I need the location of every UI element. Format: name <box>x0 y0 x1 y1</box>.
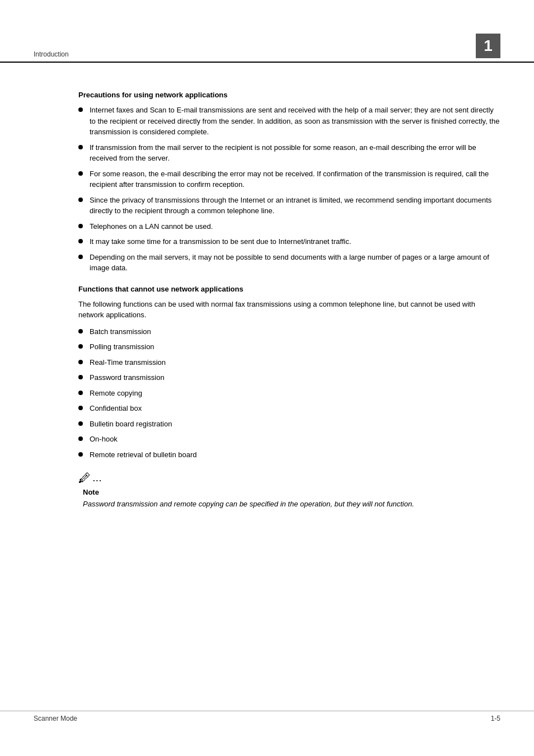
list-item: Since the privacy of transmissions throu… <box>78 195 500 217</box>
bullet-icon <box>78 255 83 259</box>
chapter-number-container: 1 <box>476 34 500 58</box>
bullet-text: Since the privacy of transmissions throu… <box>90 195 500 217</box>
note-pencil-icon: 🖉 <box>78 471 91 486</box>
list-item: Batch transmission <box>78 326 500 337</box>
bullet-text: It may take some time for a transmission… <box>90 236 500 247</box>
bullet-text: On-hook <box>90 434 500 445</box>
bullet-icon <box>78 329 83 334</box>
list-item: On-hook <box>78 434 500 445</box>
bullet-icon <box>78 452 83 457</box>
list-item: Password transmission <box>78 372 500 383</box>
bullet-icon <box>78 436 83 441</box>
bullet-icon <box>78 421 83 426</box>
bullet-icon <box>78 224 83 228</box>
list-item: If transmission from the mail server to … <box>78 142 500 164</box>
main-content: Precautions for using network applicatio… <box>0 63 534 527</box>
section-functions: Functions that cannot use network applic… <box>78 285 500 461</box>
list-item: Real-Time transmission <box>78 357 500 368</box>
bullet-text: Internet faxes and Scan to E-mail transm… <box>90 105 500 138</box>
bullet-text: Polling transmission <box>90 341 500 353</box>
footer-page-number: 1-5 <box>491 715 500 722</box>
bullet-text: Confidential box <box>90 403 500 414</box>
bullet-text: Bulletin board registration <box>90 419 500 430</box>
note-text: Password transmission and remote copying… <box>83 499 500 510</box>
bullet-text: Real-Time transmission <box>90 357 500 368</box>
bullet-text: Password transmission <box>90 372 500 383</box>
page-header: Introduction 1 <box>0 0 534 63</box>
chapter-number-box: 1 <box>476 34 500 58</box>
list-item: Internet faxes and Scan to E-mail transm… <box>78 105 500 138</box>
bullet-text: Remote copying <box>90 388 500 399</box>
section-precautions-title: Precautions for using network applicatio… <box>78 91 500 99</box>
list-item: Telephones on a LAN cannot be used. <box>78 221 500 232</box>
list-item: Polling transmission <box>78 341 500 353</box>
list-item: It may take some time for a transmission… <box>78 236 500 247</box>
note-label: Note <box>83 488 500 496</box>
bullet-icon <box>78 107 83 112</box>
bullet-text: If transmission from the mail server to … <box>90 142 500 164</box>
bullet-icon <box>78 344 83 349</box>
bullet-text: Depending on the mail servers, it may no… <box>90 252 500 274</box>
list-item: Bulletin board registration <box>78 419 500 430</box>
bullet-text: Telephones on a LAN cannot be used. <box>90 221 500 232</box>
bullet-icon <box>78 375 83 379</box>
footer-left-text: Scanner Mode <box>34 715 77 722</box>
note-ellipsis: ... <box>93 475 102 483</box>
note-section: 🖉 ... Note Password transmission and rem… <box>78 471 500 510</box>
page: Introduction 1 Precautions for using net… <box>0 0 534 756</box>
bullet-icon <box>78 391 83 395</box>
bullet-text: Batch transmission <box>90 326 500 337</box>
bullet-icon <box>78 198 83 202</box>
bullet-icon <box>78 406 83 410</box>
page-footer: Scanner Mode 1-5 <box>0 711 534 722</box>
bullet-icon <box>78 239 83 243</box>
bullet-icon <box>78 171 83 176</box>
chapter-label: Introduction <box>34 50 69 58</box>
bullet-icon <box>78 145 83 149</box>
note-icon-row: 🖉 ... <box>78 471 500 486</box>
list-item: Confidential box <box>78 403 500 414</box>
bullet-icon <box>78 360 83 364</box>
precautions-list: Internet faxes and Scan to E-mail transm… <box>78 105 500 274</box>
list-item: Depending on the mail servers, it may no… <box>78 252 500 274</box>
list-item: Remote copying <box>78 388 500 399</box>
bullet-text: For some reason, the e-mail describing t… <box>90 168 500 190</box>
bullet-text: Remote retrieval of bulletin board <box>90 449 500 461</box>
functions-intro: The following functions can be used with… <box>78 299 500 321</box>
list-item: Remote retrieval of bulletin board <box>78 449 500 461</box>
functions-list: Batch transmission Polling transmission … <box>78 326 500 461</box>
section-functions-title: Functions that cannot use network applic… <box>78 285 500 293</box>
list-item: For some reason, the e-mail describing t… <box>78 168 500 190</box>
section-precautions: Precautions for using network applicatio… <box>78 91 500 274</box>
